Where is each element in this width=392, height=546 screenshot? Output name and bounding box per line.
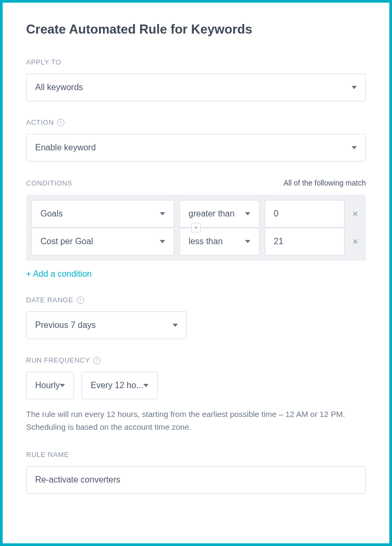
remove-condition-button[interactable]: ×: [350, 237, 361, 246]
create-rule-panel: Create Automated Rule for Keywords APPLY…: [0, 0, 392, 546]
page-title: Create Automated Rule for Keywords: [26, 22, 366, 37]
apply-to-value: All keywords: [35, 83, 83, 92]
frequency-interval-select[interactable]: Every 12 ho...: [81, 372, 158, 399]
date-range-label: DATE RANGE ?: [26, 296, 366, 304]
frequency-unit-select[interactable]: Hourly: [26, 372, 74, 399]
date-range-group: DATE RANGE ? Previous 7 days: [26, 296, 366, 339]
remove-condition-button[interactable]: ×: [350, 209, 361, 219]
condition-value-input[interactable]: 0: [265, 200, 345, 228]
help-icon[interactable]: ?: [57, 119, 64, 126]
chevron-down-icon: [143, 384, 149, 387]
rule-name-group: RULE NAME: [26, 451, 366, 494]
chevron-down-icon: [160, 212, 165, 215]
add-condition-link[interactable]: + Add a condition: [26, 269, 92, 279]
chevron-down-icon: [160, 240, 165, 243]
chevron-down-icon: [173, 324, 178, 327]
rule-name-input[interactable]: [35, 475, 357, 485]
plus-connector-icon: +: [191, 223, 201, 232]
apply-to-label: APPLY TO: [26, 58, 366, 66]
frequency-note: The rule will run every 12 hours, starti…: [26, 408, 366, 433]
action-select[interactable]: Enable keyword: [26, 134, 366, 162]
rule-name-label: RULE NAME: [26, 451, 366, 459]
run-frequency-group: RUN FREQUENCY ? Hourly Every 12 ho... Th…: [26, 356, 366, 433]
condition-metric-select[interactable]: Goals: [31, 200, 174, 228]
condition-metric-select[interactable]: Cost per Goal: [31, 228, 174, 255]
help-icon[interactable]: ?: [77, 296, 84, 304]
conditions-match-note: All of the following match: [283, 179, 366, 187]
condition-value-input[interactable]: 21: [265, 228, 345, 255]
chevron-down-icon: [245, 240, 250, 243]
chevron-down-icon: [352, 146, 357, 149]
conditions-group: CONDITIONS All of the following match Go…: [26, 179, 366, 279]
chevron-down-icon: [60, 384, 65, 387]
date-range-select[interactable]: Previous 7 days: [26, 311, 187, 339]
help-icon[interactable]: ?: [93, 357, 101, 364]
action-group: ACTION ? Enable keyword: [26, 118, 366, 162]
rule-name-input-wrapper: [26, 466, 366, 494]
conditions-label: CONDITIONS All of the following match: [26, 179, 366, 187]
conditions-box: Goals greater than 0 × + Cost per Goal: [26, 195, 366, 261]
apply-to-select[interactable]: All keywords: [26, 74, 366, 101]
chevron-down-icon: [352, 86, 357, 89]
apply-to-group: APPLY TO All keywords: [26, 58, 366, 101]
run-frequency-label: RUN FREQUENCY ?: [26, 356, 366, 364]
action-label: ACTION ?: [26, 118, 366, 126]
chevron-down-icon: [245, 212, 250, 215]
action-value: Enable keyword: [35, 143, 96, 152]
